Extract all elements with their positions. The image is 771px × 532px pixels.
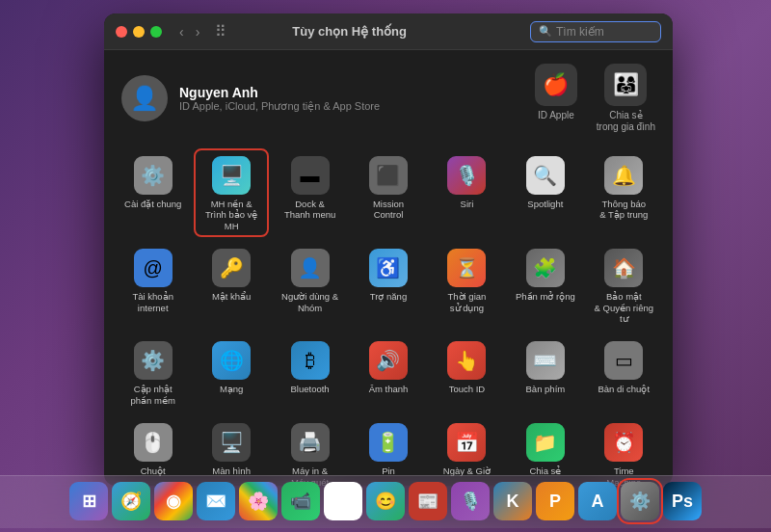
minimize-button[interactable] bbox=[133, 26, 145, 38]
dock-item-photoshop[interactable]: Ps bbox=[663, 482, 702, 520]
dock-item-launchpad[interactable]: ⊞ bbox=[69, 482, 108, 520]
icon-img-siri: 🎙️ bbox=[447, 156, 486, 195]
icon-item-notifications[interactable]: 🔔 Thông báo & Tập trung bbox=[587, 148, 661, 237]
dock-item-mail[interactable]: ✉️ bbox=[197, 482, 235, 520]
icon-img-extensions: 🧩 bbox=[526, 249, 565, 287]
icon-img-update: ⚙️ bbox=[134, 341, 173, 380]
icon-label-users: Người dùng & Nhóm bbox=[281, 291, 338, 313]
dock-item-keynote[interactable]: K bbox=[493, 482, 532, 520]
dock-icon-podcast: 🎙️ bbox=[451, 482, 490, 520]
user-subtitle: ID Apple, iCloud, Phương tiện & App Stor… bbox=[179, 100, 523, 113]
icon-img-notifications: 🔔 bbox=[604, 156, 643, 195]
icon-label-siri: Siri bbox=[461, 199, 474, 209]
icon-img-sharing: 📁 bbox=[526, 423, 565, 462]
family-share-action[interactable]: 👨‍👩‍👧 Chia sẻ trong gia đình bbox=[597, 64, 655, 133]
icon-item-extensions[interactable]: 🧩 Phần mở rộng bbox=[508, 241, 582, 330]
icon-label-general: Cài đặt chung bbox=[124, 199, 181, 209]
icon-label-security: Bảo mật & Quyền riêng tư bbox=[591, 291, 657, 324]
icon-img-desktop: 🖥️ bbox=[212, 156, 251, 195]
icon-item-siri[interactable]: 🎙️ Siri bbox=[430, 148, 504, 237]
icon-img-display: 🖥️ bbox=[212, 423, 251, 462]
apple-id-action[interactable]: 🍎 ID Apple bbox=[535, 64, 577, 133]
icon-label-sound: Âm thanh bbox=[369, 384, 409, 394]
icon-item-keyboard[interactable]: ⌨️ Bàn phím bbox=[508, 333, 582, 412]
icon-label-password: Mật khẩu bbox=[212, 291, 252, 302]
dock-item-finder[interactable]: 😊 bbox=[366, 482, 405, 520]
icon-item-sound[interactable]: 🔊 Âm thanh bbox=[351, 333, 425, 412]
search-icon: 🔍 bbox=[539, 25, 552, 38]
icon-img-general: ⚙️ bbox=[134, 156, 173, 195]
dock-icon-launchpad: ⊞ bbox=[69, 482, 108, 520]
icon-item-desktop[interactable]: 🖥️ MH nền & Trình bảo vệ MH bbox=[194, 148, 268, 237]
dock-icon-chrome: ◉ bbox=[154, 482, 193, 520]
icon-item-dock[interactable]: ▬ Dock & Thanh menu bbox=[273, 148, 347, 237]
user-profile: 👤 Nguyen Anh ID Apple, iCloud, Phương ti… bbox=[104, 50, 673, 143]
apple-id-label: ID Apple bbox=[538, 110, 574, 121]
icon-item-access[interactable]: ♿ Trợ năng bbox=[351, 241, 425, 330]
icon-img-spotlight: 🔍 bbox=[526, 156, 565, 195]
icon-label-touchid: Touch ID bbox=[449, 384, 486, 394]
close-button[interactable] bbox=[116, 26, 127, 38]
search-box[interactable]: 🔍 bbox=[530, 21, 661, 42]
icon-item-bluetooth[interactable]: ₿ Bluetooth bbox=[273, 333, 347, 412]
dock-icon-photos: 🌸 bbox=[239, 482, 278, 520]
user-info: Nguyen Anh ID Apple, iCloud, Phương tiện… bbox=[179, 85, 523, 113]
dock-item-appstore[interactable]: A bbox=[578, 482, 617, 520]
icon-label-network: Mạng bbox=[220, 384, 243, 394]
icon-img-battery: 🔋 bbox=[369, 423, 408, 462]
dock-item-podcast[interactable]: 🎙️ bbox=[451, 482, 490, 520]
apple-id-icon: 🍎 bbox=[535, 64, 577, 106]
dock-icon-photoshop: Ps bbox=[663, 482, 702, 520]
icon-item-general[interactable]: ⚙️ Cài đặt chung bbox=[116, 148, 190, 237]
icon-item-spotlight[interactable]: 🔍 Spotlight bbox=[508, 148, 582, 237]
profile-actions: 🍎 ID Apple 👨‍👩‍👧 Chia sẻ trong gia đình bbox=[535, 64, 655, 133]
icon-label-trackpad: Bàn di chuột bbox=[598, 384, 651, 394]
dock-item-news[interactable]: 📰 bbox=[409, 482, 447, 520]
dock-item-calendar[interactable]: 16 bbox=[324, 482, 362, 520]
fullscreen-button[interactable] bbox=[150, 26, 162, 38]
icon-img-users: 👤 bbox=[291, 249, 330, 287]
icon-item-trackpad[interactable]: ▭ Bàn di chuột bbox=[587, 333, 661, 412]
icon-label-dock: Dock & Thanh menu bbox=[284, 199, 335, 221]
icon-item-update[interactable]: ⚙️ Cập nhật phần mềm bbox=[116, 333, 190, 412]
icon-label-extensions: Phần mở rộng bbox=[516, 291, 575, 302]
icon-img-touchid: 👆 bbox=[447, 341, 486, 380]
dock-icon-finder: 😊 bbox=[366, 482, 405, 520]
icon-label-keyboard: Bàn phím bbox=[526, 384, 566, 394]
icon-img-dock: ▬ bbox=[291, 156, 330, 195]
dock-item-facetime[interactable]: 📹 bbox=[281, 482, 320, 520]
icon-label-desktop: MH nền & Trình bảo vệ MH bbox=[198, 199, 264, 231]
icon-item-password[interactable]: 🔑 Mật khẩu bbox=[194, 241, 268, 330]
icon-item-network[interactable]: 🌐 Mạng bbox=[194, 333, 268, 412]
family-share-icon: 👨‍👩‍👧 bbox=[604, 64, 647, 106]
dock-icon-calendar: 16 bbox=[324, 482, 362, 520]
icon-item-touchid[interactable]: 👆 Touch ID bbox=[430, 333, 504, 412]
icon-label-notifications: Thông báo & Tập trung bbox=[599, 199, 648, 221]
dock-item-chrome[interactable]: ◉ bbox=[154, 482, 193, 520]
family-share-label: Chia sẻ trong gia đình bbox=[597, 110, 655, 133]
user-name: Nguyen Anh bbox=[179, 85, 523, 100]
icon-item-screentime[interactable]: ⏳ Thời gian sử dụng bbox=[430, 241, 504, 330]
dock-item-safari[interactable]: 🧭 bbox=[112, 482, 150, 520]
icon-img-timemachine: ⏰ bbox=[604, 423, 643, 462]
icon-label-access: Trợ năng bbox=[370, 291, 407, 302]
dock-icon-appstore: A bbox=[578, 482, 617, 520]
icon-img-datetime: 📅 bbox=[447, 423, 486, 462]
dock-item-photos[interactable]: 🌸 bbox=[239, 482, 278, 520]
icon-item-mission[interactable]: ⬛ Mission Control bbox=[351, 148, 425, 237]
icon-img-mouse: 🖱️ bbox=[134, 423, 173, 462]
dock-item-pages[interactable]: P bbox=[536, 482, 574, 520]
icon-label-spotlight: Spotlight bbox=[527, 199, 563, 209]
dock: ⊞ 🧭 ◉ ✉️ 🌸 📹 16 😊 📰 🎙️ K P A ⚙️ Ps bbox=[0, 475, 771, 528]
icon-img-print: 🖨️ bbox=[291, 423, 330, 462]
icon-item-security[interactable]: 🏠 Bảo mật & Quyền riêng tư bbox=[587, 241, 661, 330]
system-preferences-window: ‹ › ⠿ Tùy chọn Hệ thống 🔍 👤 Nguyen Anh I… bbox=[104, 13, 673, 486]
search-input[interactable] bbox=[556, 25, 652, 39]
dock-item-syspref[interactable]: ⚙️ bbox=[621, 482, 659, 520]
dock-icon-syspref: ⚙️ bbox=[621, 482, 659, 520]
icon-item-internet[interactable]: @ Tài khoản internet bbox=[116, 241, 190, 330]
desktop: ‹ › ⠿ Tùy chọn Hệ thống 🔍 👤 Nguyen Anh I… bbox=[0, 0, 771, 532]
icon-item-users[interactable]: 👤 Người dùng & Nhóm bbox=[273, 241, 347, 330]
icon-img-password: 🔑 bbox=[212, 249, 251, 287]
icon-img-sound: 🔊 bbox=[369, 341, 408, 380]
